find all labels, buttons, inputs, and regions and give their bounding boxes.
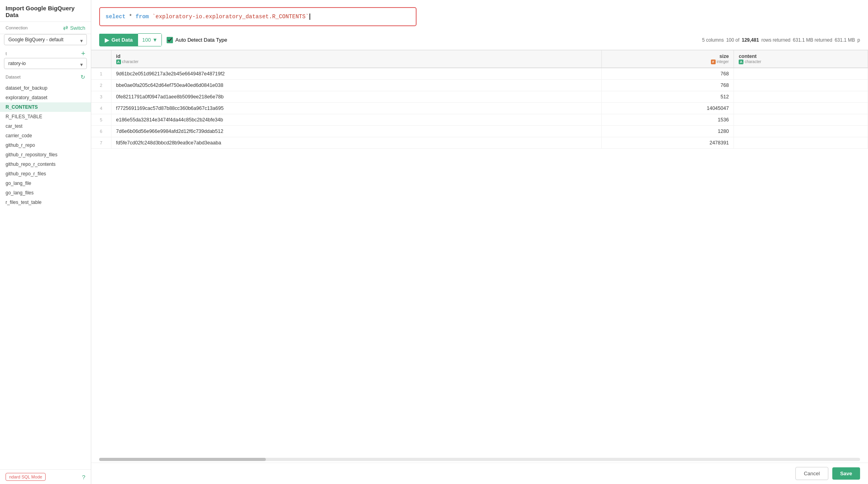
table-row: 1 9d61bc2e051d96217a3e2b45e6649487e48719… xyxy=(91,68,868,80)
data-table: id Acharacter size #integer xyxy=(91,50,868,149)
toolbar: ▶ Get Data 100 ▼ Auto Detect Data Type 5… xyxy=(91,30,868,50)
row-num: 4 xyxy=(91,103,111,114)
col-id-header: id Acharacter xyxy=(111,50,601,68)
bottom-bar: Cancel Save xyxy=(91,463,868,484)
data-table-container: id Acharacter size #integer xyxy=(91,50,868,456)
tree-item-r-contents[interactable]: R_CONTENTS xyxy=(0,102,91,112)
get-data-button[interactable]: ▶ Get Data xyxy=(99,34,138,46)
rows-selector[interactable]: 100 ▼ xyxy=(138,33,162,46)
table-header: id Acharacter size #integer xyxy=(91,50,868,68)
cell-content xyxy=(734,80,868,91)
cell-id: fd5fe7cd02fc248d3bbcd28b9ea9ce7abd3eaaba xyxy=(111,137,601,149)
sidebar-bottom: ndard SQL Mode ? xyxy=(0,469,91,484)
help-button[interactable]: ? xyxy=(82,474,85,480)
main-content: select * from `exploratory-io.explorator… xyxy=(91,0,868,484)
switch-button[interactable]: ⇄ Switch xyxy=(63,24,85,31)
project-row: t + xyxy=(0,48,91,58)
dataset-tree: dataset_for_backupexploratory_datasetR_C… xyxy=(0,82,91,469)
play-icon: ▶ xyxy=(105,37,109,43)
add-project-button[interactable]: + xyxy=(81,50,85,57)
cell-size: 768 xyxy=(601,68,734,80)
tree-item-github-repo-r-files[interactable]: github_repo_r_files xyxy=(0,169,91,179)
rows-info: 100 of xyxy=(726,37,739,43)
size1: 631.1 MB returned xyxy=(793,37,832,43)
cancel-button[interactable]: Cancel xyxy=(795,467,828,480)
col-size-header: size #integer xyxy=(601,50,734,68)
tree-item-r-files-test-table[interactable]: r_files_test_table xyxy=(0,198,91,207)
scrollbar-thumb[interactable] xyxy=(99,458,266,461)
sql-from: from xyxy=(136,13,149,20)
project-select-wrapper: ratory-io ▼ xyxy=(0,58,91,71)
table-row: 3 0fe8211791a0f0947ad1aee8b5099ee218e6e7… xyxy=(91,91,868,103)
tree-item-github-repo-r-contents[interactable]: github_repo_r_contents xyxy=(0,159,91,169)
tree-item-github-r-repository-files[interactable]: github_r_repository_files xyxy=(0,150,91,159)
row-num: 1 xyxy=(91,68,111,80)
row-num: 6 xyxy=(91,126,111,137)
tree-item-go-lang-file[interactable]: go_lang_file xyxy=(0,179,91,188)
refresh-button[interactable]: ↻ xyxy=(81,74,85,80)
sql-mode-badge: ndard SQL Mode xyxy=(6,473,46,481)
cell-size: 2478391 xyxy=(601,137,734,149)
cell-size: 512 xyxy=(601,91,734,103)
cell-id: e186e55da32814e3474f4da44c85bc2b24bfe34b xyxy=(111,114,601,126)
query-input[interactable]: select * from `exploratory-io.explorator… xyxy=(99,7,417,26)
get-data-button-group: ▶ Get Data 100 ▼ xyxy=(99,33,162,46)
cell-size: 768 xyxy=(601,80,734,91)
col-content-header: content Acharacter xyxy=(734,50,868,68)
rows-label: rows returned xyxy=(761,37,790,43)
size-type-icon: # xyxy=(711,60,716,64)
table-row: 4 f7725691169cac57d87b88cc360b6a967c13a6… xyxy=(91,103,868,114)
row-num: 7 xyxy=(91,137,111,149)
auto-detect-label: Auto Detect Data Type xyxy=(175,37,227,43)
size-unit: p xyxy=(857,37,860,43)
tree-item-github-r-repo[interactable]: github_r_repo xyxy=(0,140,91,150)
row-num: 2 xyxy=(91,80,111,91)
row-num: 3 xyxy=(91,91,111,103)
tree-item-car-test[interactable]: car_test xyxy=(0,121,91,131)
row-num: 5 xyxy=(91,114,111,126)
rows-value: 100 xyxy=(142,37,151,43)
cell-id: 9d61bc2e051d96217a3e2b45e6649487e48719f2 xyxy=(111,68,601,80)
table-row: 7 fd5fe7cd02fc248d3bbcd28b9ea9ce7abd3eaa… xyxy=(91,137,868,149)
query-area: select * from `exploratory-io.explorator… xyxy=(91,0,868,30)
cell-content xyxy=(734,137,868,149)
cell-id: f7725691169cac57d87b88cc360b6a967c13a695 xyxy=(111,103,601,114)
columns-count: 5 columns xyxy=(702,37,724,43)
connection-select[interactable]: Google BigQuery - default xyxy=(4,34,87,45)
auto-detect-row: Auto Detect Data Type xyxy=(167,37,227,43)
auto-detect-checkbox[interactable] xyxy=(167,37,173,43)
table-row: 6 7d6e6b06d56e966e9984afd2d12f6c739ddab5… xyxy=(91,126,868,137)
tree-item-go-lang-files[interactable]: go_lang_files xyxy=(0,188,91,198)
tree-item-r-files-table[interactable]: R_FILES_TABLE xyxy=(0,112,91,121)
get-data-label: Get Data xyxy=(111,37,133,43)
rows-dropdown-icon: ▼ xyxy=(152,37,157,43)
tree-item-exploratory-dataset[interactable]: exploratory_dataset xyxy=(0,93,91,102)
cursor xyxy=(309,13,310,20)
dataset-label: Dataset xyxy=(6,75,21,79)
cell-size: 1536 xyxy=(601,114,734,126)
horizontal-scrollbar[interactable] xyxy=(99,458,860,461)
cell-content xyxy=(734,103,868,114)
save-button[interactable]: Save xyxy=(832,467,860,480)
switch-row: Connection ⇄ Switch xyxy=(0,22,91,34)
connection-select-wrapper: Google BigQuery - default ▼ xyxy=(0,34,91,48)
cell-id: bbe0ae0fa205c642d64ef750ea40ed6d0841e038 xyxy=(111,80,601,91)
tree-item-dataset-for-backup[interactable]: dataset_for_backup xyxy=(0,83,91,93)
cell-size: 14045047 xyxy=(601,103,734,114)
stats-row: 5 columns 100 of 129,481 rows returned 6… xyxy=(702,37,860,43)
id-type-icon: A xyxy=(116,60,121,64)
dataset-section: Dataset ↻ xyxy=(0,71,91,82)
connection-section-label: Connection xyxy=(6,25,28,30)
size2: 631.1 MB xyxy=(835,37,855,43)
table-row: 5 e186e55da32814e3474f4da44c85bc2b24bfe3… xyxy=(91,114,868,126)
sql-select: select xyxy=(106,13,125,20)
row-num-header xyxy=(91,50,111,68)
project-label: t xyxy=(6,51,7,56)
rows-total: 129,481 xyxy=(742,37,759,43)
cell-size: 1280 xyxy=(601,126,734,137)
cell-content xyxy=(734,68,868,80)
cell-content xyxy=(734,91,868,103)
tree-item-carrier-code[interactable]: carrier_code xyxy=(0,131,91,140)
project-select[interactable]: ratory-io xyxy=(4,58,87,69)
table-row: 2 bbe0ae0fa205c642d64ef750ea40ed6d0841e0… xyxy=(91,80,868,91)
